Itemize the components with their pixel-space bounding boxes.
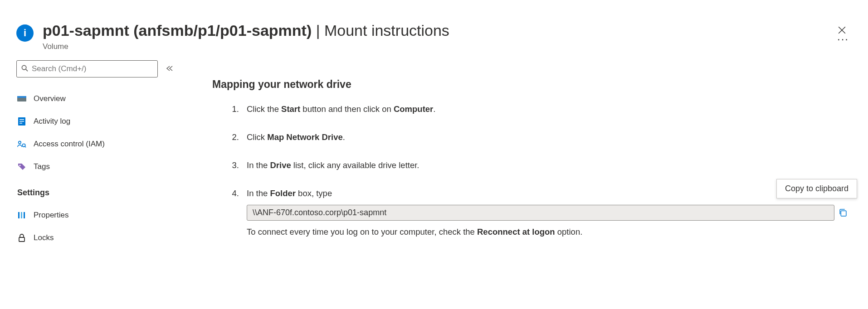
sidebar-item-label: Activity log	[34, 117, 70, 126]
sidebar-item-activity-log[interactable]: Activity log	[16, 110, 175, 133]
copy-button[interactable]	[835, 205, 850, 221]
svg-rect-5	[20, 121, 24, 122]
svg-rect-4	[20, 119, 24, 120]
svg-rect-6	[20, 123, 22, 124]
step-3: In the Drive list, click any available d…	[241, 159, 850, 171]
sidebar-item-tags[interactable]: Tags	[16, 155, 175, 178]
svg-rect-2	[17, 96, 26, 98]
activity-log-icon	[17, 117, 26, 126]
svg-rect-13	[19, 237, 24, 241]
section-title: Mapping your network drive	[212, 78, 850, 91]
sidebar-item-access-control[interactable]: Access control (IAM)	[16, 133, 175, 155]
properties-icon	[17, 211, 26, 220]
search-box[interactable]	[16, 60, 158, 77]
search-input[interactable]	[32, 64, 153, 73]
step-1: Click the Start button and then click on…	[241, 103, 850, 115]
copy-tooltip: Copy to clipboard	[776, 179, 857, 198]
overview-icon	[17, 94, 26, 103]
step-4-note: To connect every time you log on to your…	[247, 226, 850, 238]
sidebar-item-locks[interactable]: Locks	[16, 227, 175, 249]
svg-point-7	[19, 141, 21, 144]
collapse-sidebar-button[interactable]	[164, 63, 175, 74]
sidebar-item-label: Properties	[34, 211, 68, 220]
sidebar-item-label: Locks	[34, 233, 54, 242]
svg-rect-14	[841, 211, 846, 216]
close-button[interactable]	[835, 24, 848, 36]
sidebar: Overview Activity log Access control (IA…	[0, 60, 180, 249]
title-sep: |	[312, 22, 324, 39]
svg-point-9	[20, 165, 21, 166]
title-section: Mount instructions	[324, 22, 449, 39]
folder-path-input[interactable]	[247, 205, 834, 221]
info-icon: i	[16, 24, 34, 42]
svg-rect-10	[18, 212, 20, 218]
subtitle: Volume	[43, 42, 823, 51]
tags-icon	[17, 162, 26, 171]
svg-rect-12	[24, 212, 25, 218]
locks-icon	[17, 233, 26, 242]
sidebar-item-label: Tags	[34, 162, 50, 171]
sidebar-group-settings: Settings	[16, 178, 175, 204]
search-icon	[21, 65, 28, 73]
page-title: p01-sapmnt (anfsmb/p1/p01-sapmnt) | Moun…	[43, 22, 823, 39]
step-4: In the Folder box, type To connect every…	[241, 188, 850, 238]
svg-point-0	[22, 65, 26, 69]
sidebar-item-overview[interactable]: Overview	[16, 87, 175, 110]
sidebar-item-label: Overview	[34, 94, 66, 103]
title-resource: p01-sapmnt (anfsmb/p1/p01-sapmnt)	[43, 22, 312, 39]
chevrons-left-icon	[166, 66, 173, 71]
svg-rect-11	[21, 212, 22, 218]
title-block: p01-sapmnt (anfsmb/p1/p01-sapmnt) | Moun…	[43, 22, 823, 51]
sidebar-item-properties[interactable]: Properties	[16, 204, 175, 227]
step-2: Click Map Network Drive.	[241, 131, 850, 143]
sidebar-item-label: Access control (IAM)	[34, 140, 105, 149]
copy-icon	[839, 208, 847, 217]
close-icon	[837, 25, 847, 35]
access-control-icon	[17, 140, 26, 149]
content-panel: Mapping your network drive Click the Sta…	[180, 60, 868, 254]
